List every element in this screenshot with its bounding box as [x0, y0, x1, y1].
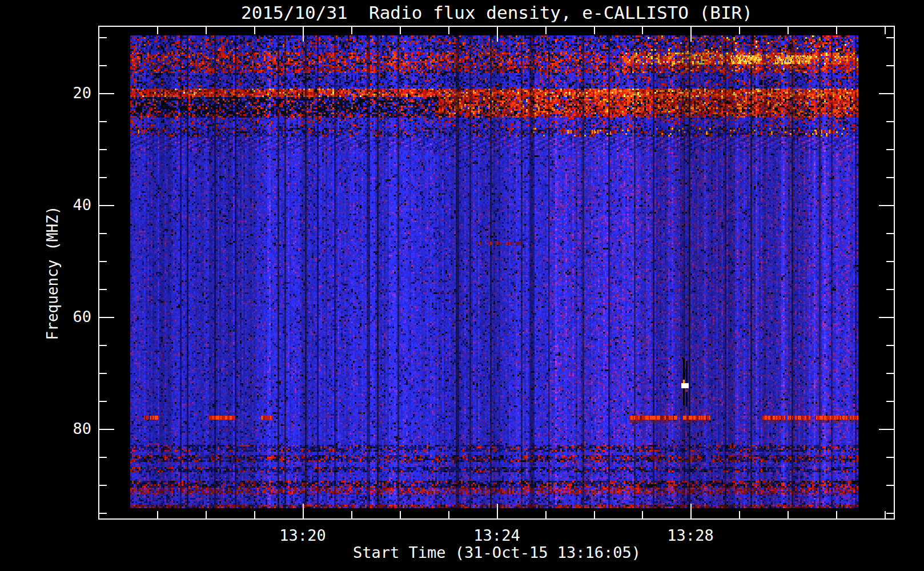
- x-axis-title: Start Time (31-Oct-15 13:16:05): [353, 544, 641, 561]
- tick-mark: [448, 27, 449, 34]
- tick-mark: [885, 27, 886, 34]
- tick-mark: [99, 233, 107, 234]
- tick-mark: [400, 27, 401, 34]
- tick-mark: [642, 511, 643, 518]
- y-tick-label: 40: [34, 196, 91, 214]
- tick-mark: [99, 457, 107, 458]
- tick-mark: [886, 401, 894, 402]
- tick-mark: [497, 504, 498, 518]
- tick-mark: [351, 511, 352, 518]
- tick-mark: [303, 504, 304, 518]
- x-tick-label: 13:28: [667, 526, 713, 544]
- tick-mark: [351, 27, 352, 34]
- x-tick-label: 13:20: [279, 526, 326, 544]
- tick-mark: [690, 504, 692, 518]
- tick-mark: [886, 177, 894, 178]
- tick-mark: [254, 27, 255, 34]
- tick-mark: [886, 233, 894, 234]
- tick-mark: [303, 27, 304, 42]
- tick-mark: [594, 27, 595, 34]
- tick-mark: [206, 511, 207, 518]
- tick-mark: [206, 27, 207, 34]
- tick-mark: [99, 177, 107, 178]
- tick-mark: [886, 149, 894, 150]
- tick-mark: [99, 317, 114, 318]
- tick-mark: [99, 37, 107, 38]
- tick-mark: [885, 511, 886, 518]
- tick-mark: [157, 511, 158, 518]
- y-tick-label: 20: [34, 84, 91, 102]
- tick-mark: [879, 205, 894, 206]
- tick-mark: [886, 485, 894, 486]
- tick-mark: [788, 511, 789, 518]
- y-axis-title: Frequency (MHZ): [44, 206, 61, 340]
- tick-mark: [99, 93, 114, 94]
- tick-mark: [99, 149, 107, 150]
- tick-mark: [886, 121, 894, 122]
- tick-mark: [99, 345, 107, 346]
- tick-mark: [879, 317, 894, 318]
- tick-mark: [886, 457, 894, 458]
- tick-mark: [448, 511, 449, 518]
- tick-mark: [886, 289, 894, 290]
- tick-mark: [886, 345, 894, 346]
- tick-mark: [99, 373, 107, 374]
- tick-mark: [788, 27, 789, 34]
- tick-mark: [400, 511, 401, 518]
- tick-mark: [99, 513, 107, 514]
- plot-title: 2015/10/31 Radio flux density, e-CALLIST…: [241, 2, 753, 23]
- tick-mark: [99, 205, 114, 206]
- tick-mark: [254, 511, 255, 518]
- tick-mark: [642, 27, 643, 34]
- tick-mark: [739, 511, 740, 518]
- tick-mark: [99, 485, 107, 486]
- callisto-spectrogram-screen: 2015/10/31 Radio flux density, e-CALLIST…: [0, 0, 924, 571]
- tick-mark: [99, 261, 107, 262]
- tick-mark: [497, 27, 498, 42]
- tick-mark: [886, 373, 894, 374]
- tick-mark: [545, 27, 547, 34]
- y-tick-label: 60: [34, 308, 91, 325]
- tick-mark: [836, 511, 837, 518]
- tick-mark: [99, 289, 107, 290]
- x-tick-label: 13:24: [473, 526, 520, 544]
- y-tick-label: 80: [34, 420, 91, 437]
- tick-mark: [836, 27, 837, 34]
- plot-box-frame: [98, 26, 895, 520]
- tick-mark: [99, 429, 114, 430]
- tick-mark: [99, 65, 107, 66]
- tick-mark: [886, 261, 894, 262]
- tick-mark: [157, 27, 158, 34]
- tick-mark: [886, 65, 894, 66]
- tick-mark: [545, 511, 547, 518]
- tick-mark: [879, 429, 894, 430]
- tick-mark: [886, 37, 894, 38]
- tick-mark: [99, 401, 107, 402]
- tick-mark: [594, 511, 595, 518]
- tick-mark: [99, 121, 107, 122]
- tick-mark: [690, 27, 692, 42]
- tick-mark: [739, 27, 740, 34]
- tick-mark: [886, 513, 894, 514]
- tick-mark: [879, 93, 894, 94]
